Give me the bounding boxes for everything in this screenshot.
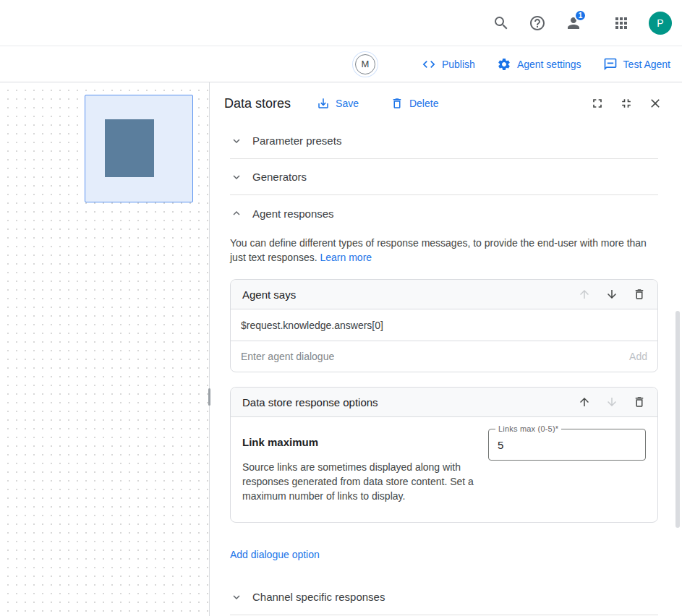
test-agent-label: Test Agent bbox=[623, 59, 670, 70]
data-stores-panel: Data stores Save Delete bbox=[209, 82, 682, 616]
chat-icon bbox=[603, 57, 618, 72]
workspace: Data stores Save Delete bbox=[0, 82, 682, 616]
delete-button[interactable]: Delete bbox=[391, 97, 438, 110]
global-topbar: 1 P bbox=[0, 0, 682, 46]
panel-scrollbar-thumb[interactable] bbox=[675, 311, 680, 528]
links-max-label: Links max (0-5)* bbox=[495, 424, 561, 433]
arrow-up-icon bbox=[578, 288, 591, 301]
help-icon bbox=[529, 14, 546, 32]
notifications-button[interactable]: 1 bbox=[559, 9, 588, 38]
code-icon bbox=[422, 57, 436, 72]
learn-more-link[interactable]: Learn more bbox=[320, 252, 372, 263]
dialogue-value: $request.knowledge.answers[0] bbox=[241, 320, 383, 331]
notification-badge: 1 bbox=[574, 9, 587, 22]
dialogue-value-row[interactable]: $request.knowledge.answers[0] bbox=[231, 309, 657, 341]
delete-card-button[interactable] bbox=[633, 395, 646, 408]
fullscreen-icon bbox=[590, 96, 605, 111]
gear-icon bbox=[497, 57, 511, 72]
arrow-up-icon bbox=[578, 395, 591, 408]
flow-node-content bbox=[105, 119, 154, 177]
panel-resize-handle[interactable] bbox=[208, 388, 210, 406]
chevron-down-icon bbox=[230, 134, 243, 147]
agent-toolbar: M Publish Agent settings Test Agent bbox=[0, 46, 682, 82]
close-icon bbox=[648, 96, 662, 111]
help-button[interactable] bbox=[523, 9, 552, 38]
add-button[interactable]: Add bbox=[629, 351, 647, 362]
card-actions bbox=[578, 288, 646, 301]
panel-header: Data stores Save Delete bbox=[210, 82, 682, 119]
panel-body: Parameter presets Generators Agent respo… bbox=[210, 119, 682, 616]
delete-label: Delete bbox=[409, 98, 438, 109]
dialogue-input-row: Add bbox=[231, 341, 657, 372]
exit-fullscreen-button[interactable] bbox=[617, 94, 636, 113]
move-up-button[interactable] bbox=[578, 288, 591, 301]
save-button[interactable]: Save bbox=[317, 97, 359, 110]
section-channel-specific-responses[interactable]: Channel specific responses bbox=[230, 579, 658, 615]
apps-grid-button[interactable] bbox=[607, 9, 636, 38]
section-label: Agent responses bbox=[252, 208, 334, 220]
fullscreen-button[interactable] bbox=[588, 94, 607, 113]
publish-button[interactable]: Publish bbox=[422, 57, 475, 72]
delete-card-button[interactable] bbox=[633, 288, 646, 301]
add-dialogue-option-link[interactable]: Add dialogue option bbox=[230, 549, 320, 560]
agent-says-card: Agent says bbox=[230, 279, 658, 372]
data-store-options-card: Data store response options bbox=[230, 387, 658, 523]
flow-canvas[interactable] bbox=[0, 82, 209, 616]
publish-label: Publish bbox=[442, 59, 475, 70]
links-max-field: Links max (0-5)* bbox=[488, 429, 646, 461]
section-generators[interactable]: Generators bbox=[230, 159, 658, 195]
option-description: Source links are sometimes displayed alo… bbox=[242, 460, 482, 503]
data-store-card-header: Data store response options bbox=[231, 388, 657, 417]
card-title: Data store response options bbox=[242, 396, 378, 408]
trash-icon bbox=[633, 395, 646, 408]
save-label: Save bbox=[336, 98, 359, 109]
arrow-down-icon bbox=[605, 288, 618, 301]
apps-grid-icon bbox=[613, 14, 630, 32]
section-agent-responses[interactable]: Agent responses bbox=[230, 195, 658, 231]
chevron-down-icon bbox=[230, 591, 243, 604]
move-down-button[interactable] bbox=[605, 395, 618, 408]
exit-fullscreen-icon bbox=[619, 96, 634, 111]
test-agent-button[interactable]: Test Agent bbox=[603, 57, 670, 72]
chevron-down-icon bbox=[230, 171, 243, 184]
section-label: Channel specific responses bbox=[252, 591, 385, 603]
section-label: Parameter presets bbox=[252, 134, 341, 147]
trash-icon bbox=[633, 288, 646, 301]
agent-settings-label: Agent settings bbox=[517, 59, 581, 70]
move-up-button[interactable] bbox=[578, 395, 591, 408]
arrow-down-icon bbox=[605, 395, 618, 408]
agent-avatar[interactable]: M bbox=[355, 54, 375, 74]
user-avatar[interactable]: P bbox=[649, 12, 672, 35]
link-maximum-section: Link maximum Source links are sometimes … bbox=[242, 429, 482, 503]
search-icon bbox=[493, 14, 510, 32]
save-icon bbox=[317, 97, 330, 110]
move-down-button[interactable] bbox=[605, 288, 618, 301]
agent-settings-button[interactable]: Agent settings bbox=[497, 57, 581, 72]
flow-node[interactable] bbox=[85, 95, 193, 202]
page-title: Data stores bbox=[224, 96, 291, 111]
option-title: Link maximum bbox=[242, 436, 482, 448]
data-store-card-body: Link maximum Source links are sometimes … bbox=[231, 417, 657, 522]
card-actions bbox=[578, 395, 646, 408]
agent-responses-description: You can define different types of respon… bbox=[230, 236, 653, 265]
trash-icon bbox=[391, 97, 404, 110]
chevron-up-icon bbox=[230, 207, 243, 220]
search-button[interactable] bbox=[487, 9, 516, 38]
close-panel-button[interactable] bbox=[646, 94, 665, 113]
description-text: You can define different types of respon… bbox=[230, 237, 647, 263]
section-parameter-presets[interactable]: Parameter presets bbox=[230, 123, 658, 159]
dialogue-input[interactable] bbox=[241, 351, 629, 362]
card-title: Agent says bbox=[242, 288, 296, 301]
section-label: Generators bbox=[252, 171, 307, 183]
app-root: 1 P M Publish Agent settings Tes bbox=[0, 0, 682, 616]
agent-says-card-header: Agent says bbox=[231, 280, 657, 309]
links-max-input[interactable] bbox=[489, 429, 645, 460]
